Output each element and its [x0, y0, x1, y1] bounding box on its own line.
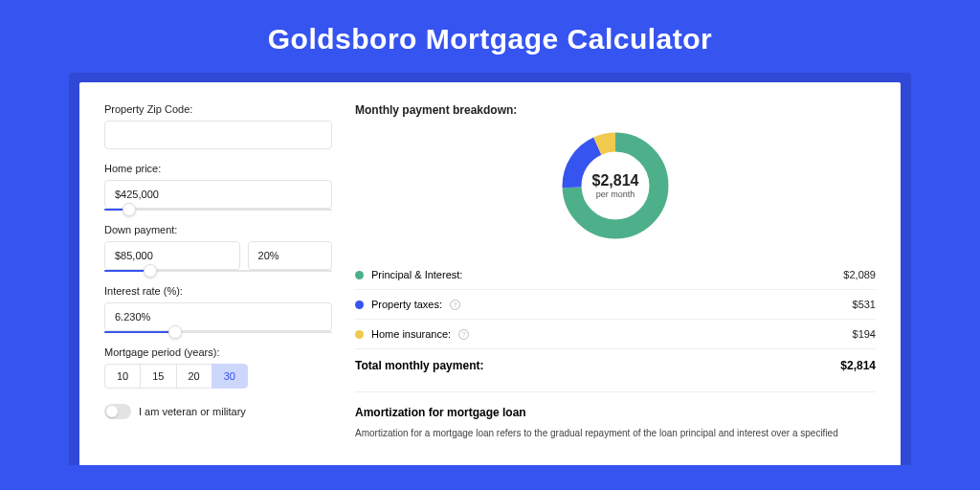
- down-payment-label: Down payment:: [104, 224, 332, 235]
- toggle-knob: [106, 406, 118, 417]
- breakdown-panel: Monthly payment breakdown: $2,814 per mo…: [355, 103, 876, 465]
- total-value: $2,814: [840, 359, 876, 372]
- amortization-heading: Amortization for mortgage loan: [355, 406, 876, 419]
- legend-row-principal: Principal & Interest: $2,089: [355, 260, 876, 290]
- donut-container: $2,814 per month: [355, 128, 876, 243]
- amortization-section: Amortization for mortgage loan Amortizat…: [355, 391, 876, 440]
- home-price-slider[interactable]: [104, 209, 332, 211]
- legend-label: Principal & Interest:: [371, 269, 462, 280]
- slider-fill: [104, 331, 175, 333]
- info-icon[interactable]: ?: [458, 329, 469, 340]
- dot-icon: [355, 271, 364, 279]
- period-btn-20[interactable]: 20: [176, 364, 212, 389]
- period-btn-15[interactable]: 15: [140, 364, 176, 389]
- period-button-group: 10 15 20 30: [104, 364, 332, 389]
- interest-label: Interest rate (%):: [104, 285, 332, 297]
- dot-icon: [355, 301, 364, 309]
- legend-row-taxes: Property taxes: ? $531: [355, 290, 876, 320]
- down-payment-slider[interactable]: [104, 270, 332, 272]
- home-price-label: Home price:: [104, 163, 332, 174]
- total-row: Total monthly payment: $2,814: [355, 349, 876, 386]
- zip-label: Property Zip Code:: [104, 103, 332, 115]
- form-panel: Property Zip Code: Home price: Down paym…: [104, 103, 332, 465]
- field-down-payment: Down payment:: [104, 224, 332, 272]
- dot-icon: [355, 330, 364, 339]
- veteran-toggle[interactable]: [104, 404, 131, 419]
- field-interest: Interest rate (%):: [104, 285, 332, 333]
- legend-value: $531: [853, 299, 876, 310]
- info-icon[interactable]: ?: [450, 300, 460, 310]
- zip-input[interactable]: [104, 121, 332, 149]
- field-home-price: Home price:: [104, 163, 332, 211]
- calculator-card: Property Zip Code: Home price: Down paym…: [79, 82, 901, 465]
- period-label: Mortgage period (years):: [104, 346, 332, 358]
- home-price-input[interactable]: [104, 180, 332, 209]
- legend-label: Property taxes:: [371, 299, 442, 310]
- down-payment-input[interactable]: [104, 241, 240, 270]
- period-btn-10[interactable]: 10: [104, 364, 141, 389]
- down-payment-pct-input[interactable]: [248, 241, 332, 270]
- veteran-row: I am veteran or military: [104, 404, 332, 419]
- veteran-label: I am veteran or military: [139, 406, 246, 417]
- period-btn-30[interactable]: 30: [212, 364, 248, 389]
- payment-donut-chart: $2,814 per month: [558, 128, 673, 243]
- card-shadow: Property Zip Code: Home price: Down paym…: [69, 73, 911, 465]
- slider-thumb[interactable]: [144, 264, 157, 278]
- legend-value: $194: [853, 328, 876, 340]
- slider-thumb[interactable]: [168, 325, 182, 339]
- legend-value: $2,089: [843, 269, 876, 280]
- legend-label: Home insurance:: [371, 328, 451, 340]
- donut-sub: per month: [592, 189, 639, 199]
- donut-center: $2,814 per month: [592, 172, 639, 199]
- total-label: Total monthly payment:: [355, 359, 483, 372]
- donut-amount: $2,814: [592, 172, 639, 189]
- interest-input[interactable]: [104, 302, 332, 331]
- slider-thumb[interactable]: [122, 203, 136, 216]
- legend-row-insurance: Home insurance: ? $194: [355, 320, 876, 349]
- field-zip: Property Zip Code:: [104, 103, 332, 149]
- breakdown-title: Monthly payment breakdown:: [355, 103, 876, 117]
- field-period: Mortgage period (years): 10 15 20 30: [104, 346, 332, 389]
- interest-slider[interactable]: [104, 331, 332, 333]
- page-title: Goldsboro Mortgage Calculator: [0, 23, 980, 56]
- amortization-body: Amortization for a mortgage loan refers …: [355, 427, 876, 440]
